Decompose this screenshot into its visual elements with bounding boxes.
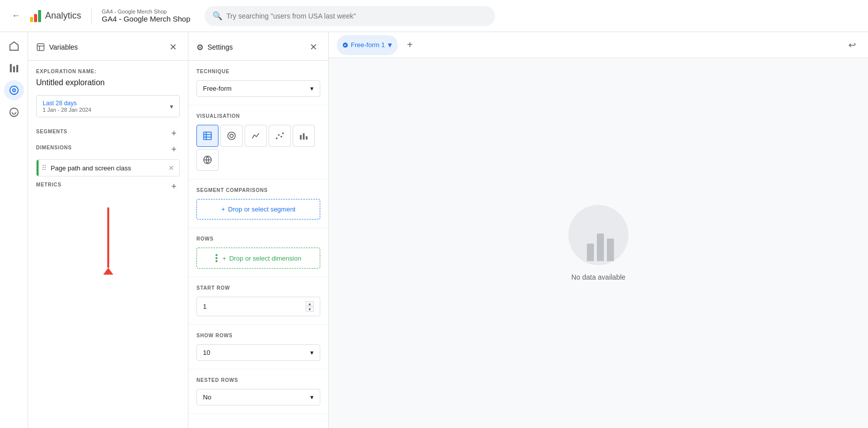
nested-rows-dropdown[interactable]: No ▾ [196,389,320,405]
nested-rows-value: No [203,393,211,401]
technique-label: TECHNIQUE [196,69,320,74]
vis-scatter-button[interactable] [269,125,291,147]
dimension-drag-handle[interactable]: ⠿ [42,164,47,172]
date-selector-content: Last 28 days 1 Jan - 28 Jan 2024 [43,100,91,113]
show-rows-section: SHOW ROWS 10 ▾ [188,325,328,369]
drop-segment-plus-icon: + [222,205,226,213]
vis-bar-button[interactable] [293,125,315,147]
svg-rect-15 [303,133,304,140]
rows-section: ROWS + Drop or select dimension [188,228,328,277]
no-data-text: No data available [571,273,625,281]
back-icon: ← [12,11,21,21]
sidebar-item-explore[interactable] [4,80,24,100]
variables-icon [36,43,45,52]
drop-dimension-plus-icon: + [223,255,227,262]
arrow-head [103,268,113,275]
property-selector[interactable]: GA4 - Google Merch Shop GA4 - Google Mer… [102,9,190,23]
vis-geo-button[interactable] [196,149,219,171]
vis-donut-button[interactable] [221,125,243,147]
start-row-up-button[interactable]: ▲ [306,301,314,306]
add-dimension-button[interactable]: + [168,143,180,155]
tab-label: Free-form 1 [351,41,385,49]
date-range: 1 Jan - 28 Jan 2024 [43,107,91,113]
add-tab-button[interactable]: + [402,37,418,53]
visualisation-section: VISUALISATION [188,105,328,179]
search-bar[interactable]: 🔍 [204,6,495,26]
tab-check-icon [343,43,347,47]
no-data-illustration [568,205,628,265]
rows-dot-1 [215,254,218,256]
dimension-name: Page path and screen class [51,164,164,172]
ghost-bar-3 [607,239,614,261]
svg-rect-14 [300,135,302,139]
variables-close-icon: ✕ [169,42,177,53]
exploration-name-label: EXPLORATION NAME: [36,69,180,74]
dimensions-section-header: DIMENSIONS + [36,143,180,155]
start-row-section: START ROW 1 ▲ ▼ [188,277,328,325]
start-row-down-button[interactable]: ▼ [306,307,314,312]
add-metric-button[interactable]: + [168,180,180,192]
drop-dimension-text: Drop or select dimension [229,255,301,262]
start-row-input[interactable]: 1 ▲ ▼ [196,297,320,316]
geo-map-icon [202,155,212,165]
settings-close-button[interactable]: ✕ [306,40,320,54]
vis-line-button[interactable] [245,125,267,147]
svg-rect-0 [10,64,12,73]
undo-button[interactable]: ↩ [844,37,860,53]
logo: Analytics [30,10,81,22]
variables-title: Variables [36,43,78,52]
variables-panel-header: Variables ✕ [28,32,188,61]
rows-label: ROWS [196,236,320,242]
logo-bar-green [38,10,41,22]
tabs-bar: Free-form 1 ▾ + ↩ [329,32,868,58]
drop-dimension-area[interactable]: + Drop or select dimension [196,248,320,269]
start-row-label: START ROW [196,285,320,291]
technique-dropdown[interactable]: Free-form ▾ [196,80,320,97]
sidebar-item-reports[interactable] [4,58,24,78]
svg-point-10 [276,137,278,139]
add-metric-icon: + [171,181,177,192]
bar-chart-icon [299,131,309,141]
technique-section: TECHNIQUE Free-form ▾ [188,61,328,105]
svg-point-12 [281,136,282,137]
ghost-bar-2 [597,234,604,261]
segment-comparisons-label: SEGMENT COMPARISONS [196,187,320,193]
exploration-name[interactable]: Untitled exploration [36,78,180,87]
scatter-chart-icon [275,131,285,141]
settings-gear-icon: ⚙ [196,43,203,52]
dimension-remove-button[interactable]: ✕ [168,164,174,172]
segments-section-header: SEGMENTS + [36,127,180,139]
technique-value: Free-form [203,85,232,92]
back-button[interactable]: ← [8,8,24,24]
vis-table-button[interactable] [196,125,219,147]
nested-rows-chevron-icon: ▾ [310,393,314,401]
date-selector[interactable]: Last 28 days 1 Jan - 28 Jan 2024 ▾ [36,95,180,117]
nested-rows-section: NESTED ROWS No ▾ [188,369,328,414]
show-rows-dropdown[interactable]: 10 ▾ [196,344,320,361]
dimension-item[interactable]: ⠿ Page path and screen class ✕ [36,159,180,176]
search-input[interactable] [227,12,487,20]
svg-rect-6 [37,44,44,51]
dimensions-label: DIMENSIONS [36,145,72,150]
show-rows-label: SHOW ROWS [196,333,320,338]
undo-icon: ↩ [848,40,856,51]
metrics-section-header: METRICS + [36,180,180,192]
start-row-spinner[interactable]: ▲ ▼ [306,301,314,312]
drop-segment-area[interactable]: + Drop or select segment [196,199,320,220]
add-segment-button[interactable]: + [168,127,180,139]
icon-sidebar [0,32,28,428]
svg-rect-1 [13,66,15,72]
date-chevron-icon: ▾ [170,103,173,110]
rows-dot-2 [215,257,218,259]
main-content: Free-form 1 ▾ + ↩ No data available [329,32,868,428]
variables-close-button[interactable]: ✕ [166,40,180,54]
sidebar-item-home[interactable] [4,36,24,56]
dimension-color-bar [37,160,39,176]
settings-title: ⚙ Settings [196,43,233,52]
main-layout: Variables ✕ EXPLORATION NAME: Untitled e… [0,32,868,428]
tab-freeform1[interactable]: Free-form 1 ▾ [337,35,398,55]
svg-rect-7 [204,132,211,140]
rows-dot-3 [215,260,218,262]
line-chart-icon [251,131,261,141]
sidebar-item-advertising[interactable] [4,102,24,122]
